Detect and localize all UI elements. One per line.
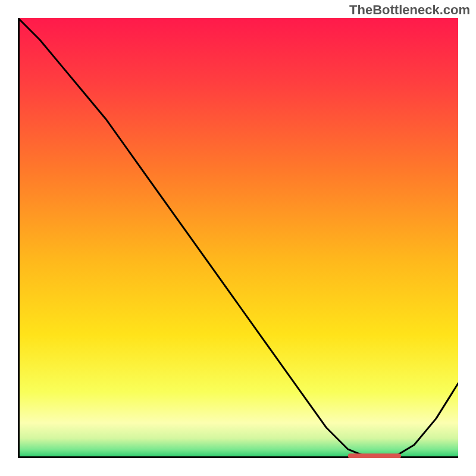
plot-area [18, 18, 458, 458]
marker-bar [348, 453, 401, 458]
watermark-text: TheBottleneck.com [349, 2, 470, 18]
chart-container: TheBottleneck.com [0, 0, 476, 476]
gradient-background [18, 18, 458, 458]
chart-svg [18, 18, 458, 458]
